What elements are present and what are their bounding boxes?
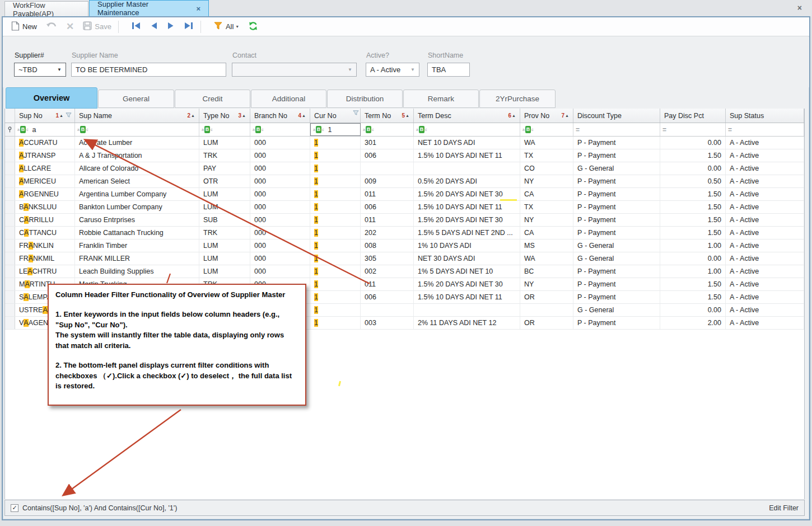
cell-discount_type[interactable]: P - Payment <box>573 317 660 329</box>
cell-prov_no[interactable]: NY <box>520 175 573 187</box>
cell-discount_type[interactable]: P - Payment <box>573 227 660 239</box>
cell-type_no[interactable]: LUM <box>199 239 250 252</box>
row-indicator[interactable] <box>5 291 15 303</box>
cell-type_no[interactable]: TRK <box>199 227 250 239</box>
column-header-discount_type[interactable]: Discount Type <box>573 109 660 123</box>
cell-pay_disc_pct[interactable]: 1.50 <box>660 201 726 213</box>
cell-sup_name[interactable]: A & J Transportation <box>75 149 199 162</box>
cell-discount_type[interactable]: G - General <box>573 304 660 316</box>
cell-term_no[interactable]: 008 <box>361 239 414 252</box>
cell-branch_no[interactable]: 000 <box>250 265 310 278</box>
cell-sup_name[interactable]: Leach Building Supplies <box>75 265 199 278</box>
cell-sup_status[interactable]: A - Active <box>726 252 804 265</box>
cell-term_no[interactable] <box>361 304 414 316</box>
cell-prov_no[interactable]: TX <box>520 149 573 162</box>
doc-tab-supplier-master[interactable]: Supplier Master Maintenance × <box>89 0 209 17</box>
cell-pay_disc_pct[interactable]: 2.00 <box>660 317 726 329</box>
filter-cell-type_no[interactable]: aBc <box>199 123 250 136</box>
cell-term_desc[interactable]: 1% 10 DAYS ADI <box>414 239 520 252</box>
cell-term_no[interactable]: 006 <box>361 291 414 303</box>
column-filter-funnel-icon[interactable] <box>66 112 72 120</box>
cell-sup_no[interactable]: ARGENNEU <box>15 188 75 200</box>
cell-cur_no[interactable]: 1 <box>310 239 361 252</box>
cell-branch_no[interactable]: 000 <box>250 214 310 226</box>
cell-prov_no[interactable]: WA <box>520 252 573 265</box>
cell-cur_no[interactable]: 1 <box>310 137 361 149</box>
cell-term_desc[interactable]: NET 30 DAYS ADI <box>414 252 520 265</box>
cell-discount_type[interactable]: P - Payment <box>573 214 660 226</box>
cell-pay_disc_pct[interactable]: 0.00 <box>660 252 726 265</box>
cell-sup_status[interactable]: A - Active <box>726 137 804 149</box>
save-button[interactable]: Save <box>81 20 113 34</box>
cell-type_no[interactable]: LUM <box>199 201 250 213</box>
contact-combo[interactable]: ▼ <box>232 63 357 77</box>
cell-prov_no[interactable]: NY <box>520 214 573 226</box>
cell-sup_name[interactable]: Allcare of Colorado <box>75 162 199 175</box>
cell-prov_no[interactable]: CO <box>520 162 573 175</box>
cell-pay_disc_pct[interactable]: 0.50 <box>660 175 726 187</box>
cell-discount_type[interactable]: G - General <box>573 162 660 175</box>
cell-sup_name[interactable]: American Select <box>75 175 199 187</box>
column-header-term_desc[interactable]: Term Desc6▲ <box>414 109 520 123</box>
cell-branch_no[interactable]: 000 <box>250 137 310 149</box>
cell-sup_status[interactable]: A - Active <box>726 239 804 252</box>
cell-type_no[interactable]: TRK <box>199 149 250 162</box>
column-filter-funnel-icon[interactable] <box>353 110 359 118</box>
cell-branch_no[interactable]: 000 <box>250 227 310 239</box>
window-close-icon[interactable]: × <box>797 3 802 12</box>
cell-discount_type[interactable]: P - Payment <box>573 291 660 303</box>
cell-discount_type[interactable]: G - General <box>573 239 660 252</box>
cell-branch_no[interactable]: 000 <box>250 162 310 175</box>
cell-pay_disc_pct[interactable]: 1.00 <box>660 265 726 278</box>
cell-pay_disc_pct[interactable]: 0.00 <box>660 304 726 316</box>
cell-sup_name[interactable]: Caruso Entrprises <box>75 214 199 226</box>
cell-cur_no[interactable]: 1 <box>310 149 361 162</box>
filter-cell-term_no[interactable]: aBc <box>361 123 414 136</box>
tab-2yrpurchase[interactable]: 2YrPurchase <box>479 90 556 108</box>
cell-sup_no[interactable]: ALLCARE <box>15 162 75 175</box>
cell-branch_no[interactable]: 000 <box>250 149 310 162</box>
cell-pay_disc_pct[interactable]: 1.50 <box>660 149 726 162</box>
row-indicator[interactable] <box>5 304 15 316</box>
cell-cur_no[interactable]: 1 <box>310 188 361 200</box>
cell-sup_name[interactable]: Franklin Timber <box>75 239 199 252</box>
cell-sup_no[interactable]: AJTRANSP <box>15 149 75 162</box>
filter-cell-discount_type[interactable]: = <box>573 123 660 136</box>
row-indicator[interactable] <box>5 149 15 162</box>
cell-pay_disc_pct[interactable]: 1.00 <box>660 239 726 252</box>
delete-button[interactable]: ✕ <box>64 20 76 34</box>
row-indicator[interactable] <box>5 201 15 213</box>
cell-prov_no[interactable]: WA <box>520 137 573 149</box>
cell-prov_no[interactable]: NY <box>520 278 573 290</box>
cell-term_no[interactable]: 305 <box>361 252 414 265</box>
filter-cell-sup_no[interactable]: aBca <box>15 123 75 136</box>
row-indicator[interactable] <box>5 278 15 290</box>
edit-filter-button[interactable]: Edit Filter <box>769 504 799 512</box>
cell-sup_no[interactable]: FRANKLIN <box>15 239 75 252</box>
supplier-no-combo[interactable]: ~TBD ▼ <box>14 63 66 77</box>
cell-sup_status[interactable]: A - Active <box>726 291 804 303</box>
row-indicator[interactable] <box>5 317 15 329</box>
column-header-term_no[interactable]: Term No5▲ <box>361 109 414 123</box>
column-header-sup_no[interactable]: Sup No1▲ <box>15 109 75 123</box>
cell-branch_no[interactable]: 000 <box>250 188 310 200</box>
tab-close-icon[interactable]: × <box>196 4 200 13</box>
filter-cell-cur_no[interactable]: aBc1 <box>310 123 361 136</box>
cell-sup_status[interactable]: A - Active <box>726 201 804 213</box>
tab-distribution[interactable]: Distribution <box>327 90 403 108</box>
cell-sup_status[interactable]: A - Active <box>726 227 804 239</box>
tab-overview[interactable]: Overview <box>6 87 97 109</box>
cell-cur_no[interactable]: 1 <box>310 214 361 226</box>
nav-next-button[interactable] <box>165 20 176 34</box>
cell-branch_no[interactable]: 000 <box>250 175 310 187</box>
cell-sup_no[interactable]: ACCURATU <box>15 137 75 149</box>
cell-sup_status[interactable]: A - Active <box>726 149 804 162</box>
new-button[interactable]: New <box>10 20 39 34</box>
nav-last-button[interactable] <box>182 20 195 34</box>
cell-cur_no[interactable]: 1 <box>310 175 361 187</box>
cell-discount_type[interactable]: P - Payment <box>573 149 660 162</box>
cell-term_desc[interactable]: 1% 5 DAYS ADI NET 10 <box>414 265 520 278</box>
column-header-type_no[interactable]: Type No3▲ <box>199 109 250 123</box>
cell-term_desc[interactable]: 1.5% 10 DAYS ADI NET 11 <box>414 291 520 303</box>
nav-first-button[interactable] <box>129 20 143 34</box>
